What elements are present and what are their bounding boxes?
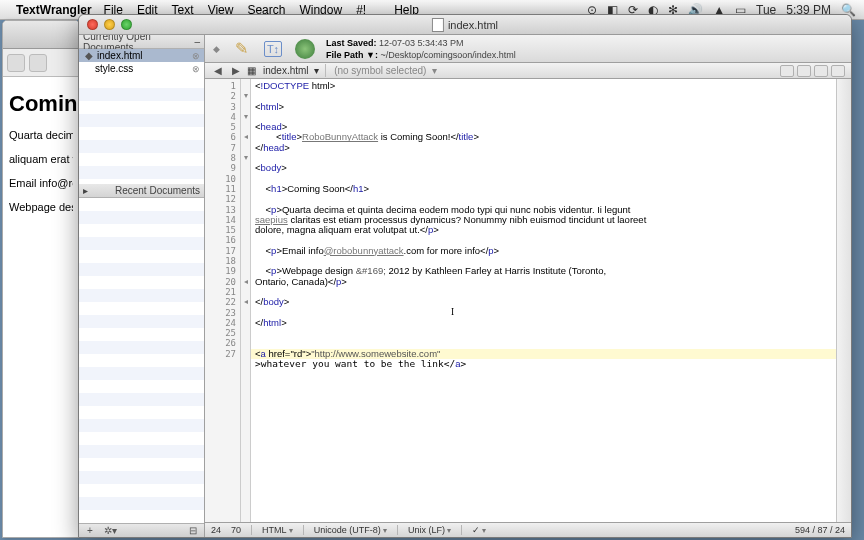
doc-name: style.css [95,63,133,74]
reload-button[interactable] [29,54,47,72]
status-spell[interactable]: ✓ [472,525,486,535]
doc-name: index.html [97,50,143,61]
sidebar-fill [79,198,204,524]
sidebar-footer: + ✲▾ ⊟ [79,523,204,537]
close-button[interactable] [87,19,98,30]
window-title: index.html [432,18,498,32]
window-title-text: index.html [448,19,498,31]
para: aliquam erat volu [9,153,73,165]
action-menu-button[interactable]: ✲▾ [103,526,117,536]
document-icon [432,18,444,32]
browser-titlebar[interactable] [3,21,79,49]
back-button[interactable] [7,54,25,72]
doc-state-icon: ◆ [213,44,220,54]
open-docs-header[interactable]: Currently Open Documents – [79,35,204,49]
path-label[interactable]: File Path ▼: [326,50,378,60]
nav-fwd[interactable]: ▶ [229,65,243,76]
editor-main: ◆ ✎ T↕ Last Saved: 12-07-03 5:34:43 PM F… [205,35,851,537]
page-h1: Coming [9,91,73,117]
status-line: 24 [211,525,221,535]
para: Quarta decima et [9,129,73,141]
preview-browser-button[interactable] [294,38,316,60]
pencil-icon[interactable]: ✎ [230,38,252,60]
status-encoding[interactable]: Unicode (UTF-8) [314,525,387,535]
sidebar-doc-index[interactable]: ◆ index.html ⊗ [79,49,204,62]
doc-selector[interactable]: index.html ▾ [260,64,326,77]
browser-toolbar[interactable] [3,49,79,77]
close-doc-icon[interactable]: ⊗ [192,64,200,74]
collapse-icon[interactable]: – [194,36,200,47]
code-editor[interactable]: 1 2 3 4 5 6 7 8 9 10 11 12 13 14 15 16 1… [205,79,851,522]
nav-back[interactable]: ◀ [211,65,225,76]
sidebar-fill [79,75,204,184]
sidebar-doc-style[interactable]: style.css ⊗ [79,62,204,75]
minimize-button[interactable] [104,19,115,30]
toolbar-btn[interactable] [780,65,794,77]
recent-docs-header[interactable]: ▸ Recent Documents [79,184,204,198]
path-value: ~/Desktop/comingsoon/index.html [380,50,515,60]
documents-sidebar: Currently Open Documents – ◆ index.html … [79,35,205,537]
browser-body: Coming Quarta decima et aliquam erat vol… [3,77,79,231]
status-size: 594 / 87 / 24 [795,525,845,535]
code-area[interactable]: <!DOCTYPE html><html><head> <title>RoboB… [251,79,836,522]
fold-gutter[interactable]: ▾ ▾ ◂ ▾ ◂ ◂ [241,79,251,522]
status-lineending[interactable]: Unix (LF) [408,525,451,535]
add-doc-button[interactable]: + [83,526,97,536]
toolbar-btn[interactable] [797,65,811,77]
titlebar[interactable]: index.html [79,15,851,35]
saved-label: Last Saved: [326,38,377,48]
zoom-button[interactable] [121,19,132,30]
toolbar-btn[interactable] [814,65,828,77]
editor-toolbar: ◆ ✎ T↕ Last Saved: 12-07-03 5:34:43 PM F… [205,35,851,63]
text-options-button[interactable]: T↕ [262,38,284,60]
para: Email info@robo [9,177,73,189]
line-gutter: 1 2 3 4 5 6 7 8 9 10 11 12 13 14 15 16 1… [205,79,241,522]
nav-counter-icon[interactable]: ▦ [247,65,256,76]
browser-window[interactable]: Coming Quarta decima et aliquam erat vol… [2,20,80,538]
para: Webpage design [9,201,73,213]
symbol-selector[interactable]: (no symbol selected) ▾ [334,65,437,76]
editor-window: index.html Currently Open Documents – ◆ … [78,14,852,538]
status-col: 70 [231,525,241,535]
close-doc-icon[interactable]: ⊗ [192,51,200,61]
nav-bar: ◀ ▶ ▦ index.html ▾ (no symbol selected) … [205,63,851,79]
file-info: Last Saved: 12-07-03 5:34:43 PM File Pat… [326,37,516,61]
status-bar: 24 70 HTML Unicode (UTF-8) Unix (LF) ✓ 5… [205,522,851,537]
status-lang[interactable]: HTML [262,525,293,535]
recent-docs-label: Recent Documents [115,185,200,196]
disclosure-icon: ◆ [85,50,93,61]
vertical-scrollbar[interactable] [836,79,851,522]
saved-value: 12-07-03 5:34:43 PM [379,38,464,48]
toolbar-btn[interactable] [831,65,845,77]
split-button[interactable]: ⊟ [186,526,200,536]
